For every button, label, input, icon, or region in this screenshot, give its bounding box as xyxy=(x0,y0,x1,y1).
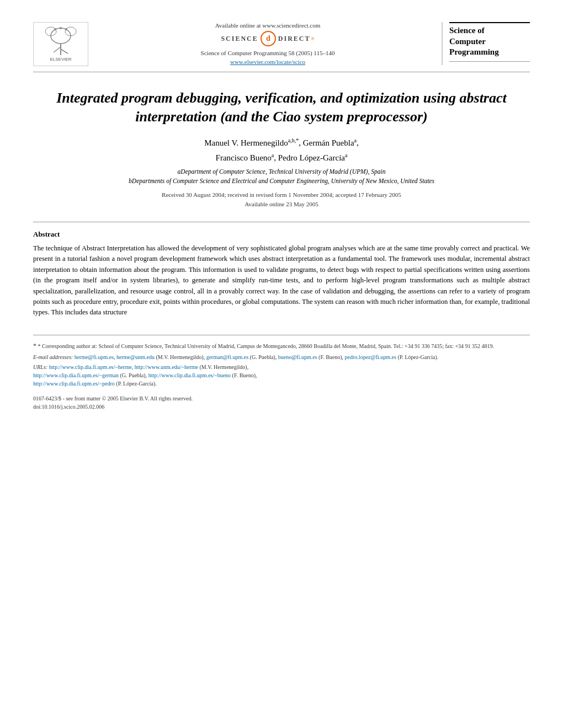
abstract-heading: Abstract xyxy=(33,230,530,239)
svg-point-9 xyxy=(60,27,62,29)
email-list: herme@fi.upm.es, herme@unm.edu (M.V. Her… xyxy=(75,354,438,360)
journal-title-box: Science of Computer Programming xyxy=(442,22,530,65)
footnote-area: * * Corresponding author at: School of C… xyxy=(33,341,530,411)
footnote-star: * xyxy=(33,342,36,350)
affiliation-b: bDepartments of Computer Science and Ele… xyxy=(33,176,530,186)
url1[interactable]: http://www.clip.dia.fi.upm.es/~herme xyxy=(49,364,132,370)
sciencedirect-logo: SCIENCE d DIRECT ® xyxy=(105,31,431,46)
corresponding-author-note: * * Corresponding author at: School of C… xyxy=(33,341,530,351)
sup-hermenegildo: a,b,* xyxy=(288,137,299,143)
sciencedirect-sup: ® xyxy=(311,36,314,41)
email-note: E-mail addresses: herme@fi.upm.es, herme… xyxy=(33,353,530,361)
affiliation-a: aDepartment of Computer Science, Technic… xyxy=(33,167,530,176)
urls-note: URLs: http://www.clip.dia.fi.upm.es/~her… xyxy=(33,363,530,371)
affiliations: aDepartment of Computer Science, Technic… xyxy=(33,167,530,186)
journal-header: ELSEVIER Available online at www.science… xyxy=(33,22,530,66)
author-hermenegildo: Manuel V. Hermenegildo xyxy=(204,138,288,147)
url-line3: http://www.clip.dia.fi.upm.es/~pedro (P.… xyxy=(33,379,530,388)
sciencedirect-icon: d xyxy=(261,31,276,46)
footer-divider xyxy=(33,335,530,335)
sciencedirect-label-left: SCIENCE xyxy=(221,35,258,43)
elsevier-logo: ELSEVIER xyxy=(33,22,94,66)
email-label: E-mail addresses: xyxy=(33,354,73,360)
abstract-text: The technique of Abstract Interpretation… xyxy=(33,243,530,318)
journal-title: Science of Computer Programming xyxy=(449,25,530,58)
sciencedirect-label-right: DIRECT xyxy=(278,35,311,43)
center-header: Available online at www.sciencedirect.co… xyxy=(94,22,442,66)
svg-point-8 xyxy=(65,28,67,30)
authors-line2: Francisco Buenoa, Pedro López-Garcíaa xyxy=(33,152,530,163)
url3[interactable]: http://www.clip.dia.fi.upm.es/~german xyxy=(33,372,119,378)
available-online-text: Available online at www.sciencedirect.co… xyxy=(105,22,431,29)
doi-text: doi:10.1016/j.scico.2005.02.006 xyxy=(33,403,530,411)
paper-title: Integrated program debugging, verificati… xyxy=(33,89,530,126)
header-divider xyxy=(33,72,530,72)
abstract-divider xyxy=(33,222,530,222)
urls-label: URLs: xyxy=(33,364,47,370)
authors-line1: Manuel V. Hermenegildoa,b,*, Germán Pueb… xyxy=(33,137,530,148)
page: ELSEVIER Available online at www.science… xyxy=(0,0,563,728)
journal-url-center[interactable]: www.elsevier.com/locate/scico xyxy=(105,56,431,66)
url5[interactable]: http://www.clip.dia.fi.upm.es/~pedro xyxy=(33,381,115,387)
elsevier-logo-image: ELSEVIER xyxy=(33,22,88,66)
author-lopez: , Pedro López-García xyxy=(274,153,345,162)
svg-text:ELSEVIER: ELSEVIER xyxy=(50,57,71,62)
title-section: Integrated program debugging, verificati… xyxy=(33,89,530,208)
copyright-line: 0167-6423/$ - see front matter © 2005 El… xyxy=(33,394,530,411)
url2[interactable]: http://www.unm.edu/~herme xyxy=(135,364,198,370)
url-line2: http://www.clip.dia.fi.upm.es/~german (G… xyxy=(33,371,530,379)
dates-received: Received 30 August 2004; received in rev… xyxy=(33,190,530,208)
sup-lopez: a xyxy=(345,152,347,158)
copyright-text: 0167-6423/$ - see front matter © 2005 El… xyxy=(33,394,530,403)
svg-point-7 xyxy=(54,28,56,30)
author-bueno: Francisco Bueno xyxy=(216,153,272,162)
journal-info-line: Science of Computer Programming 58 (2005… xyxy=(105,50,431,56)
author-puebla-sep: , Germán Puebla xyxy=(299,138,354,147)
url4[interactable]: http://www.clip.dia.fi.upm.es/~bueno xyxy=(148,372,231,378)
